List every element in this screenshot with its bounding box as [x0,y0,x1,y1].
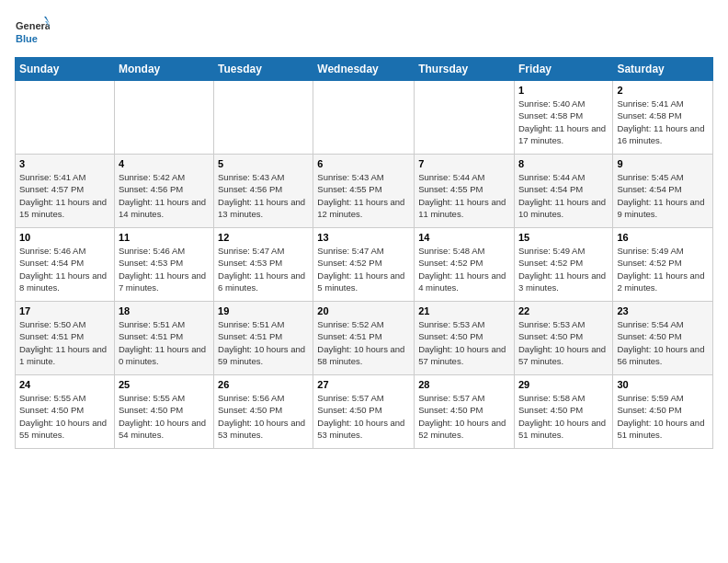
day-number: 26 [218,379,309,390]
day-info: Sunrise: 5:46 AMSunset: 4:53 PMDaylight:… [119,245,210,293]
calendar-week-5: 24Sunrise: 5:55 AMSunset: 4:50 PMDayligh… [16,375,713,449]
day-info: Sunrise: 5:43 AMSunset: 4:56 PMDaylight:… [218,171,309,220]
calendar-cell: 14Sunrise: 5:48 AMSunset: 4:52 PMDayligh… [415,228,515,302]
day-info: Sunrise: 5:49 AMSunset: 4:52 PMDaylight:… [518,245,609,293]
day-info: Sunrise: 5:56 AMSunset: 4:50 PMDaylight:… [218,392,309,441]
calendar-cell: 27Sunrise: 5:57 AMSunset: 4:50 PMDayligh… [313,375,415,449]
calendar-cell: 24Sunrise: 5:55 AMSunset: 4:50 PMDayligh… [16,375,115,449]
calendar-cell: 4Sunrise: 5:42 AMSunset: 4:56 PMDaylight… [114,155,213,228]
day-number: 30 [617,379,709,390]
day-info: Sunrise: 5:55 AMSunset: 4:50 PMDaylight:… [119,392,210,441]
calendar-cell [114,81,213,155]
calendar-cell: 13Sunrise: 5:47 AMSunset: 4:52 PMDayligh… [313,228,415,302]
day-info: Sunrise: 5:45 AMSunset: 4:54 PMDaylight:… [617,171,709,220]
day-number: 5 [218,158,309,169]
day-number: 2 [617,85,709,96]
calendar-cell: 21Sunrise: 5:53 AMSunset: 4:50 PMDayligh… [415,302,515,375]
weekday-header-row: SundayMondayTuesdayWednesdayThursdayFrid… [16,58,713,81]
calendar-cell: 30Sunrise: 5:59 AMSunset: 4:50 PMDayligh… [613,375,713,449]
day-number: 18 [119,305,210,316]
day-info: Sunrise: 5:51 AMSunset: 4:51 PMDaylight:… [119,318,210,367]
calendar-cell: 16Sunrise: 5:49 AMSunset: 4:52 PMDayligh… [613,228,713,302]
day-info: Sunrise: 5:50 AMSunset: 4:51 PMDaylight:… [19,318,110,367]
calendar-cell: 23Sunrise: 5:54 AMSunset: 4:50 PMDayligh… [613,302,713,375]
weekday-header-monday: Monday [114,58,213,81]
day-info: Sunrise: 5:47 AMSunset: 4:53 PMDaylight:… [218,245,309,293]
calendar-week-4: 17Sunrise: 5:50 AMSunset: 4:51 PMDayligh… [16,302,713,375]
day-number: 23 [617,305,709,316]
day-number: 29 [518,379,609,390]
calendar-cell: 25Sunrise: 5:55 AMSunset: 4:50 PMDayligh… [114,375,213,449]
calendar-cell: 26Sunrise: 5:56 AMSunset: 4:50 PMDayligh… [214,375,313,449]
calendar-cell: 17Sunrise: 5:50 AMSunset: 4:51 PMDayligh… [16,302,115,375]
day-number: 25 [119,379,210,390]
calendar-cell [16,81,115,155]
day-info: Sunrise: 5:46 AMSunset: 4:54 PMDaylight:… [19,245,110,293]
calendar-cell: 20Sunrise: 5:52 AMSunset: 4:51 PMDayligh… [313,302,415,375]
day-number: 6 [317,158,410,169]
logo-graphic-icon: General Blue [15,15,50,50]
day-info: Sunrise: 5:48 AMSunset: 4:52 PMDaylight:… [418,245,510,293]
day-info: Sunrise: 5:51 AMSunset: 4:51 PMDaylight:… [218,318,309,367]
day-number: 3 [19,158,110,169]
day-info: Sunrise: 5:58 AMSunset: 4:50 PMDaylight:… [518,392,609,441]
day-info: Sunrise: 5:41 AMSunset: 4:58 PMDaylight:… [617,98,709,146]
day-number: 22 [518,305,609,316]
day-info: Sunrise: 5:57 AMSunset: 4:50 PMDaylight:… [418,392,510,441]
day-number: 27 [317,379,410,390]
page-header: General Blue [15,15,713,50]
day-info: Sunrise: 5:49 AMSunset: 4:52 PMDaylight:… [617,245,709,293]
day-info: Sunrise: 5:53 AMSunset: 4:50 PMDaylight:… [518,318,609,367]
day-number: 4 [119,158,210,169]
weekday-header-saturday: Saturday [613,58,713,81]
calendar-cell: 28Sunrise: 5:57 AMSunset: 4:50 PMDayligh… [415,375,515,449]
calendar-cell: 1Sunrise: 5:40 AMSunset: 4:58 PMDaylight… [514,81,612,155]
day-info: Sunrise: 5:41 AMSunset: 4:57 PMDaylight:… [19,171,110,220]
logo: General Blue [15,15,50,50]
calendar-week-1: 1Sunrise: 5:40 AMSunset: 4:58 PMDaylight… [16,81,713,155]
weekday-header-friday: Friday [514,58,612,81]
day-info: Sunrise: 5:47 AMSunset: 4:52 PMDaylight:… [317,245,410,293]
weekday-header-wednesday: Wednesday [313,58,415,81]
calendar-cell: 3Sunrise: 5:41 AMSunset: 4:57 PMDaylight… [16,155,115,228]
svg-text:General: General [16,20,50,31]
calendar-cell: 10Sunrise: 5:46 AMSunset: 4:54 PMDayligh… [16,228,115,302]
calendar-cell: 19Sunrise: 5:51 AMSunset: 4:51 PMDayligh… [214,302,313,375]
day-number: 15 [518,232,609,243]
svg-text:Blue: Blue [16,33,38,44]
calendar-cell: 8Sunrise: 5:44 AMSunset: 4:54 PMDaylight… [514,155,612,228]
day-number: 14 [418,232,510,243]
logo-wrapper: General Blue [15,15,50,50]
calendar-cell: 15Sunrise: 5:49 AMSunset: 4:52 PMDayligh… [514,228,612,302]
day-info: Sunrise: 5:52 AMSunset: 4:51 PMDaylight:… [317,318,410,367]
calendar-cell: 9Sunrise: 5:45 AMSunset: 4:54 PMDaylight… [613,155,713,228]
calendar-cell [214,81,313,155]
day-info: Sunrise: 5:40 AMSunset: 4:58 PMDaylight:… [518,98,609,146]
calendar-table: SundayMondayTuesdayWednesdayThursdayFrid… [15,57,713,449]
day-number: 16 [617,232,709,243]
calendar-week-2: 3Sunrise: 5:41 AMSunset: 4:57 PMDaylight… [16,155,713,228]
calendar-cell: 11Sunrise: 5:46 AMSunset: 4:53 PMDayligh… [114,228,213,302]
calendar-cell: 5Sunrise: 5:43 AMSunset: 4:56 PMDaylight… [214,155,313,228]
weekday-header-tuesday: Tuesday [214,58,313,81]
day-info: Sunrise: 5:57 AMSunset: 4:50 PMDaylight:… [317,392,410,441]
calendar-cell: 22Sunrise: 5:53 AMSunset: 4:50 PMDayligh… [514,302,612,375]
weekday-header-thursday: Thursday [415,58,515,81]
calendar-cell: 6Sunrise: 5:43 AMSunset: 4:55 PMDaylight… [313,155,415,228]
calendar-cell [415,81,515,155]
day-number: 13 [317,232,410,243]
calendar-cell: 7Sunrise: 5:44 AMSunset: 4:55 PMDaylight… [415,155,515,228]
calendar-cell: 2Sunrise: 5:41 AMSunset: 4:58 PMDaylight… [613,81,713,155]
calendar-cell: 18Sunrise: 5:51 AMSunset: 4:51 PMDayligh… [114,302,213,375]
day-number: 24 [19,379,110,390]
day-info: Sunrise: 5:44 AMSunset: 4:55 PMDaylight:… [418,171,510,220]
day-info: Sunrise: 5:55 AMSunset: 4:50 PMDaylight:… [19,392,110,441]
day-number: 21 [418,305,510,316]
day-number: 10 [19,232,110,243]
calendar-cell: 12Sunrise: 5:47 AMSunset: 4:53 PMDayligh… [214,228,313,302]
day-number: 1 [518,85,609,96]
calendar-cell: 29Sunrise: 5:58 AMSunset: 4:50 PMDayligh… [514,375,612,449]
day-info: Sunrise: 5:53 AMSunset: 4:50 PMDaylight:… [418,318,510,367]
day-number: 28 [418,379,510,390]
day-info: Sunrise: 5:44 AMSunset: 4:54 PMDaylight:… [518,171,609,220]
